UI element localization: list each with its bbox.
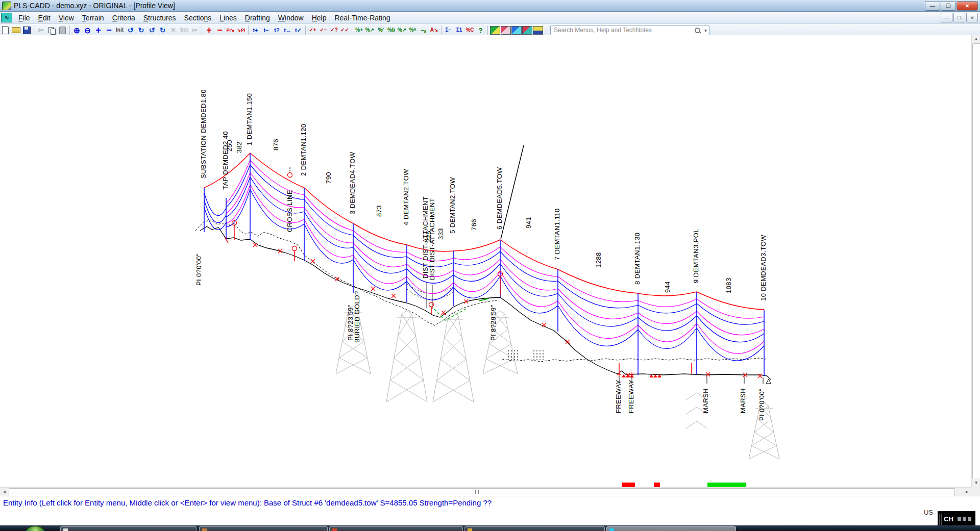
span-length-label[interactable]: 944 bbox=[664, 281, 671, 293]
clear-view-icon[interactable]: ✕ bbox=[168, 25, 179, 35]
menu-window[interactable]: Window bbox=[274, 13, 308, 23]
section-add-icon[interactable]: t+ bbox=[250, 25, 261, 35]
clearance-b-icon[interactable]: %b bbox=[386, 25, 397, 35]
cut-icon[interactable]: ✂ bbox=[36, 25, 46, 35]
section-query-icon[interactable]: t? bbox=[272, 25, 282, 35]
open-file-icon[interactable] bbox=[11, 25, 21, 35]
structure-label[interactable]: SUBSTATION DEMDED1.80 bbox=[200, 89, 207, 179]
window-minimize-button[interactable]: — bbox=[925, 1, 940, 11]
search-dropdown-icon[interactable]: ▾ bbox=[704, 28, 707, 33]
clearance-add-icon[interactable]: %+ bbox=[354, 25, 364, 35]
zoom-out-icon[interactable]: ⊖ bbox=[82, 25, 93, 35]
menu-edit[interactable]: Edit bbox=[34, 13, 55, 23]
rotate-view-right-icon[interactable]: ↻ bbox=[136, 25, 146, 35]
scroll-grip[interactable] bbox=[475, 490, 479, 494]
span-length-label[interactable]: 941 bbox=[525, 217, 532, 229]
taskbar-button-2[interactable] bbox=[199, 526, 328, 531]
tension-add-icon[interactable]: ✓+ bbox=[307, 25, 318, 35]
mdi-restore-button[interactable]: ❐ bbox=[953, 13, 965, 22]
set-view-icon[interactable]: Set bbox=[179, 25, 189, 35]
scroll-up-icon[interactable]: ▲ bbox=[972, 35, 980, 43]
sheet-view-icon[interactable] bbox=[532, 25, 543, 35]
span-length-label[interactable]: 876 bbox=[272, 139, 280, 150]
vertical-scrollbar[interactable]: ▲ ▼ bbox=[971, 35, 980, 487]
structure-label[interactable]: 1 DEMTAN1.150 bbox=[246, 93, 253, 146]
language-bar-grip[interactable] bbox=[939, 514, 942, 525]
menu-structures[interactable]: Structures bbox=[139, 13, 180, 23]
percent-c-icon[interactable]: %C bbox=[464, 25, 475, 35]
menu-terrain[interactable]: Terrain bbox=[78, 13, 108, 23]
spin-view-left-icon[interactable]: ↺ bbox=[146, 25, 157, 35]
menu-help[interactable]: Help bbox=[308, 13, 331, 23]
menu-view[interactable]: View bbox=[55, 13, 78, 23]
rotate-view-left-icon[interactable]: ↺ bbox=[125, 25, 136, 35]
language-bar[interactable]: CH bbox=[938, 511, 975, 527]
sum-one-icon[interactable]: Σ1 bbox=[454, 25, 464, 35]
snip-view-icon[interactable]: ✂ bbox=[189, 25, 200, 35]
zoom-minus-icon[interactable]: − bbox=[104, 25, 114, 35]
structure-label[interactable]: 4 DEMTAN2.TOW bbox=[402, 169, 410, 225]
taskbar-button-1[interactable] bbox=[60, 526, 197, 531]
span-length-label[interactable]: 382 bbox=[235, 141, 243, 153]
init-view-icon[interactable]: Init bbox=[114, 25, 125, 35]
profile-minus-icon[interactable]: −ₐ bbox=[418, 25, 429, 35]
mdi-close-button[interactable]: ✕ bbox=[966, 13, 978, 22]
help-query-icon[interactable]: ? bbox=[475, 25, 486, 35]
spin-view-right-icon[interactable]: ↻ bbox=[157, 25, 168, 35]
taskbar-button-5[interactable] bbox=[606, 526, 736, 531]
span-length-label[interactable]: 766 bbox=[470, 219, 478, 231]
structure-label[interactable]: 7 DEMTAN1.110 bbox=[553, 208, 561, 260]
section-remove-icon[interactable]: t− bbox=[261, 25, 272, 35]
menu-file[interactable]: File bbox=[14, 13, 34, 23]
span-length-label[interactable]: 1083 bbox=[725, 277, 732, 293]
horizontal-scrollbar[interactable]: ◄ ► bbox=[0, 487, 971, 496]
structure-label[interactable]: 8 DEMTAN1.130 bbox=[633, 233, 641, 285]
delete-structure-icon[interactable]: − bbox=[214, 25, 225, 35]
scroll-right-icon[interactable]: ► bbox=[963, 488, 971, 496]
span-length-label[interactable]: 1288 bbox=[595, 252, 602, 268]
scroll-left-icon[interactable]: ◄ bbox=[0, 488, 9, 496]
taskbar-button-3[interactable] bbox=[329, 526, 463, 531]
search-input[interactable] bbox=[553, 26, 695, 34]
zoom-in-icon[interactable]: ⊕ bbox=[71, 25, 82, 35]
save-file-icon[interactable] bbox=[21, 25, 32, 35]
copy-icon[interactable] bbox=[46, 25, 57, 35]
menu-drafting[interactable]: Drafting bbox=[241, 13, 274, 23]
a-arrow-icon[interactable]: A↘ bbox=[429, 25, 439, 35]
plan-view-icon[interactable] bbox=[511, 25, 522, 35]
clearance-arrow-icon[interactable]: %↗ bbox=[397, 25, 407, 35]
clearance-up-icon[interactable]: %↗ bbox=[364, 25, 375, 35]
paste-icon[interactable] bbox=[57, 25, 68, 35]
search-box[interactable]: ▾ bbox=[550, 25, 709, 35]
window-close-button[interactable]: ✕ bbox=[957, 1, 978, 11]
span-length-label[interactable]: 333 bbox=[437, 228, 445, 240]
language-bar-options-icon[interactable] bbox=[958, 517, 971, 521]
clearance-abc-icon[interactable]: %ᴬ bbox=[407, 25, 418, 35]
structure-label[interactable]: 5 DEMTAN2.TOW bbox=[449, 177, 456, 234]
tension-check-icon[interactable]: ✓✓ bbox=[339, 25, 350, 35]
menu-real-time-rating[interactable]: Real-Time-Rating bbox=[330, 13, 394, 23]
mdi-minimize-button[interactable]: – bbox=[941, 13, 952, 22]
new-file-icon[interactable] bbox=[0, 25, 11, 35]
terrain-view-icon[interactable] bbox=[489, 25, 500, 35]
tension-remove-icon[interactable]: ✓− bbox=[318, 25, 329, 35]
structure-label[interactable]: 3 DEMDEAD4.TOW bbox=[349, 152, 356, 214]
structure-label[interactable]: 9 DEMTAN3.POL bbox=[692, 229, 700, 283]
structure-label[interactable]: 2 DEMTAN1.120 bbox=[300, 124, 307, 176]
zoom-plus-icon[interactable]: + bbox=[93, 25, 104, 35]
add-structure-icon[interactable]: + bbox=[204, 25, 214, 35]
taskbar-button-4[interactable] bbox=[464, 526, 605, 531]
section-move-icon[interactable]: t↔ bbox=[282, 25, 293, 35]
structure-view-icon[interactable] bbox=[500, 25, 511, 35]
window-restore-button[interactable]: ❐ bbox=[941, 1, 956, 11]
pi-behind-icon[interactable]: ↘PI bbox=[236, 25, 247, 35]
structure-label[interactable]: 10 DEMDEAD3.TOW bbox=[760, 235, 767, 301]
menu-lines[interactable]: Lines bbox=[215, 13, 240, 23]
menu-sections[interactable]: Sections bbox=[180, 13, 216, 23]
section-check-icon[interactable]: t✓ bbox=[293, 25, 304, 35]
sum-minus-icon[interactable]: Σ− bbox=[443, 25, 454, 35]
profile-view-icon[interactable] bbox=[522, 25, 532, 35]
pi-ahead-icon[interactable]: PI↘ bbox=[225, 25, 236, 35]
scroll-down-icon[interactable]: ▼ bbox=[972, 478, 980, 487]
profile-view-canvas[interactable]: SUBSTATION DEMDED1.80TAP DEMDED2.401 DEM… bbox=[0, 35, 971, 487]
